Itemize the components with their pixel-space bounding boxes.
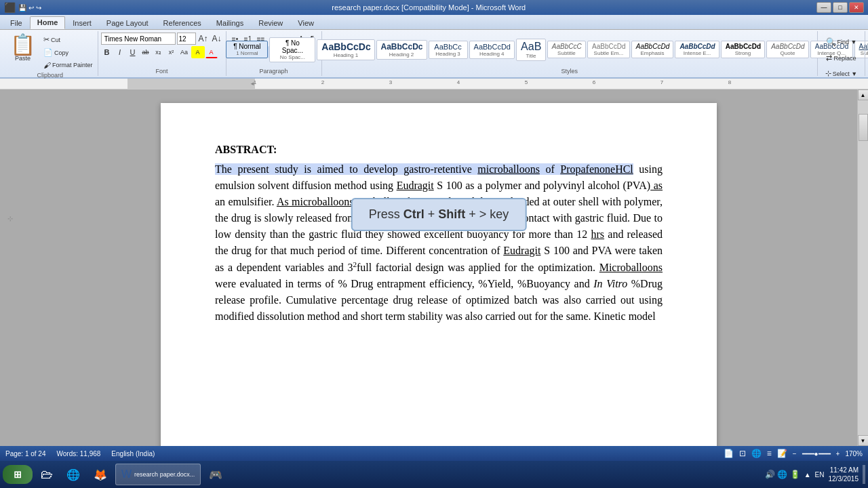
draft-icon[interactable]: 📝 bbox=[777, 449, 787, 458]
tray-icons: 🔊 🌐 🔋 bbox=[765, 470, 800, 479]
style-heading1[interactable]: AaBbCcDc Heading 1 bbox=[317, 39, 374, 60]
ruler-marks: 1 2 3 4 5 6 7 8 bbox=[255, 79, 865, 89]
tooltip-text: Press Ctrl + Shift + > key bbox=[369, 207, 509, 221]
style-subtle-em[interactable]: AaBbCcDd Subtle Em... bbox=[587, 41, 630, 58]
eudragit-link2: Eudragit bbox=[503, 245, 540, 256]
left-margin: ⊹ bbox=[0, 89, 20, 446]
replace-button[interactable]: ⇄Replace bbox=[823, 52, 859, 64]
clipboard-group: 📋 Paste ✂Cut 📄Copy 🖌Format Painter Clipb… bbox=[3, 31, 98, 76]
tab-home[interactable]: Home bbox=[30, 16, 66, 29]
style-no-space[interactable]: ¶ No Spac... No Spac... bbox=[269, 37, 315, 62]
font-size-input[interactable] bbox=[177, 33, 196, 45]
zoom-level: 170% bbox=[845, 450, 863, 458]
superscript-2: 2 bbox=[353, 260, 357, 268]
tab-references[interactable]: References bbox=[156, 17, 209, 29]
system-tray: 🔊 🌐 🔋 ▲ EN 11:42 AM 12/3/2015 bbox=[765, 465, 865, 484]
quick-access: 💾 ↩ ↪ bbox=[18, 4, 41, 12]
subscript-button[interactable]: x₂ bbox=[153, 46, 165, 58]
font-color-button[interactable]: A bbox=[205, 46, 218, 58]
hide-tray-button[interactable]: ▲ bbox=[804, 471, 811, 479]
scroll-up-button[interactable]: ▲ bbox=[858, 89, 869, 100]
cursor-position-marker: ⊹ bbox=[7, 215, 13, 222]
strikethrough-button[interactable]: ab bbox=[140, 46, 152, 58]
bold-button[interactable]: B bbox=[101, 46, 113, 58]
tab-review[interactable]: Review bbox=[251, 17, 290, 29]
format-buttons: B I U ab x₂ x² Aa A A bbox=[101, 46, 223, 58]
style-heading2[interactable]: AaBbCcDc Heading 2 bbox=[376, 40, 427, 60]
superscript-button[interactable]: x² bbox=[165, 46, 178, 58]
close-button[interactable]: ✕ bbox=[849, 2, 864, 13]
status-bar: Page: 1 of 24 Words: 11,968 English (Ind… bbox=[0, 446, 868, 461]
taskbar-explorer[interactable]: 🗁 bbox=[35, 464, 58, 485]
taskbar-browser[interactable]: 🌐 bbox=[61, 464, 85, 485]
paragraph-label: Paragraph bbox=[260, 66, 288, 75]
font-group: A↑ A↓ B I U ab x₂ x² Aa A A Font bbox=[98, 31, 226, 76]
document-area: ⊹ Press Ctrl + Shift + > key ABSTRACT: T… bbox=[0, 89, 868, 446]
zoom-in-button[interactable]: + bbox=[836, 450, 840, 458]
taskbar-app2[interactable]: 🎮 bbox=[203, 464, 228, 485]
start-button[interactable]: ⊞ bbox=[3, 465, 33, 484]
zoom-slider[interactable]: ━━━●━━━ bbox=[802, 450, 831, 458]
increase-font-button[interactable]: A↑ bbox=[197, 33, 210, 45]
cut-button[interactable]: ✂Cut bbox=[41, 34, 95, 45]
vertical-scrollbar[interactable]: ▲ ▼ bbox=[857, 89, 868, 446]
web-layout-icon[interactable]: 🌐 bbox=[751, 449, 762, 458]
style-emphasis[interactable]: AaBbCcDd Emphasis bbox=[631, 41, 674, 58]
tooltip-overlay: Press Ctrl + Shift + > key bbox=[351, 198, 527, 231]
scroll-track[interactable] bbox=[858, 100, 868, 435]
tab-view[interactable]: View bbox=[290, 17, 321, 29]
clock-date: 12/3/2015 bbox=[829, 474, 859, 483]
styles-group: ¶ Normal 1 Normal ¶ No Spac... No Spac..… bbox=[322, 31, 818, 76]
zoom-out-button[interactable]: − bbox=[793, 450, 797, 458]
show-desktop-button[interactable] bbox=[863, 465, 865, 484]
format-painter-button[interactable]: 🖌Format Painter bbox=[41, 60, 95, 70]
style-subtitle[interactable]: AaBbCcC Subtitle bbox=[547, 41, 586, 58]
style-heading4[interactable]: AaBbCcDd Heading 4 bbox=[469, 41, 515, 59]
minimize-button[interactable]: — bbox=[816, 2, 831, 13]
as-microballoons-link: As microballoons bbox=[277, 196, 354, 207]
tab-page-layout[interactable]: Page Layout bbox=[99, 17, 156, 29]
style-strong[interactable]: AaBbCcDd Strong bbox=[721, 41, 765, 58]
style-intense-em[interactable]: AaBbCcDd Intense E... bbox=[675, 41, 719, 58]
hrs-link: hrs bbox=[591, 228, 605, 240]
styles-label: Styles bbox=[561, 66, 578, 75]
editing-group: 🔍Find ▼ ⇄Replace ⊹Select ▼ Editing bbox=[818, 31, 865, 76]
tab-file[interactable]: File bbox=[3, 17, 30, 29]
italic-button[interactable]: I bbox=[114, 46, 126, 58]
fullscreen-icon[interactable]: ⊡ bbox=[739, 449, 746, 458]
window-title: research paper.docx [Compatibility Mode]… bbox=[41, 3, 816, 12]
paste-button[interactable]: 📋 Paste bbox=[5, 33, 40, 64]
text-highlight-button[interactable]: A bbox=[191, 46, 205, 58]
font-label: Font bbox=[156, 66, 168, 75]
outline-icon[interactable]: ≡ bbox=[767, 449, 772, 458]
ribbon-tabs: File Home Insert Page Layout References … bbox=[0, 15, 868, 30]
change-case-button[interactable]: Aa bbox=[178, 46, 191, 58]
propafenone-link: PropafenoneHCl bbox=[560, 163, 633, 175]
scroll-thumb[interactable] bbox=[859, 114, 868, 141]
document-page: Press Ctrl + Shift + > key ABSTRACT: The… bbox=[161, 103, 717, 446]
language-info: English (India) bbox=[111, 450, 155, 458]
tab-insert[interactable]: Insert bbox=[65, 17, 99, 29]
clipboard-label: Clipboard bbox=[37, 70, 64, 79]
system-clock: 11:42 AM 12/3/2015 bbox=[829, 466, 859, 483]
style-heading3[interactable]: AaBbCc Heading 3 bbox=[429, 41, 468, 59]
style-quote[interactable]: AaBbCcDd Quote bbox=[766, 41, 809, 58]
scroll-down-button[interactable]: ▼ bbox=[858, 435, 869, 446]
page-info: Page: 1 of 24 bbox=[5, 450, 46, 458]
maximize-button[interactable]: □ bbox=[833, 2, 848, 13]
tab-mailings[interactable]: Mailings bbox=[209, 17, 251, 29]
copy-button[interactable]: 📄Copy bbox=[41, 47, 95, 58]
underline-button[interactable]: U bbox=[127, 46, 139, 58]
style-title[interactable]: AaB Title bbox=[516, 39, 546, 61]
selected-text-highlight: The present study is aimed to develop ga… bbox=[215, 163, 633, 175]
taskbar-word[interactable]: W research paper.docx... bbox=[115, 464, 201, 485]
font-name-input[interactable] bbox=[101, 33, 176, 45]
style-normal[interactable]: ¶ Normal 1 Normal bbox=[226, 41, 268, 58]
taskbar-firefox[interactable]: 🦊 bbox=[88, 464, 113, 485]
status-right: 📄 ⊡ 🌐 ≡ 📝 − ━━━●━━━ + 170% bbox=[724, 449, 863, 458]
find-button[interactable]: 🔍Find ▼ bbox=[823, 35, 861, 49]
layout-icon[interactable]: 📄 bbox=[724, 449, 734, 458]
document-scroll[interactable]: Press Ctrl + Shift + > key ABSTRACT: The… bbox=[20, 89, 857, 446]
decrease-font-button[interactable]: A↓ bbox=[211, 33, 223, 45]
abstract-body[interactable]: The present study is aimed to develop ga… bbox=[215, 161, 663, 325]
